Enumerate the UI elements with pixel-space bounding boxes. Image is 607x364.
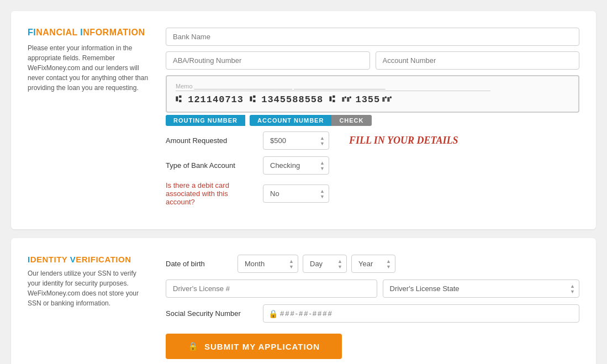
check-labels-row: ROUTING NUMBER ACCOUNT NUMBER CHECK <box>166 115 579 126</box>
year-select-wrapper: Year ▲▼ <box>351 255 395 273</box>
day-select-wrapper: Day ▲▼ <box>303 255 347 273</box>
month-select-wrapper: Month JanuaryFebruaryMarch AprilMayJune … <box>237 255 298 273</box>
identity-right-panel: Date of birth Month JanuaryFebruaryMarch… <box>166 255 579 359</box>
routing-display: ⑆ 121140713 ⑆ <box>176 94 256 105</box>
account-number-input[interactable] <box>376 51 580 70</box>
bank-type-select-wrapper: Checking Savings ▲▼ <box>263 156 329 175</box>
ssn-input[interactable] <box>263 304 579 323</box>
debit-card-group: Is there a debit card associated with th… <box>166 181 579 206</box>
bank-type-select[interactable]: Checking Savings <box>263 156 329 175</box>
ssn-label: Social Security Number <box>166 309 254 318</box>
financial-title: FINANCIAL INFORMATION <box>28 28 149 38</box>
license-number-input[interactable] <box>166 279 377 298</box>
identity-card: IDENTITY VERIFICATION Our lenders utiliz… <box>11 238 596 364</box>
check-image-box: Memo _____________________________ _____… <box>166 75 579 113</box>
identity-title: IDENTITY VERIFICATION <box>28 255 149 264</box>
lock-icon: 🔒 <box>268 309 278 318</box>
bank-type-label: Type of Bank Account <box>166 161 254 170</box>
debit-select-wrapper: No Yes ▲▼ <box>263 184 329 203</box>
financial-left-panel: FINANCIAL INFORMATION Please enter your … <box>28 28 149 213</box>
routing-account-row <box>166 51 579 70</box>
amount-requested-group: Amount Requested $500 $1000 $2000 ▲▼ FIL… <box>166 131 579 150</box>
bank-type-group: Type of Bank Account Checking Savings ▲▼ <box>166 156 579 175</box>
check-label: CHECK <box>331 115 371 126</box>
bank-name-input[interactable] <box>166 28 579 46</box>
amount-label: Amount Requested <box>166 136 254 145</box>
routing-label: ROUTING NUMBER <box>166 115 245 126</box>
debit-select[interactable]: No Yes <box>263 184 329 203</box>
debit-label: Is there a debit card associated with th… <box>166 181 254 206</box>
submit-button[interactable]: 🔒 SUBMIT MY APPLICATION <box>166 334 342 359</box>
financial-description: Please enter your information in the app… <box>28 43 149 93</box>
year-select[interactable]: Year <box>351 255 395 273</box>
day-select[interactable]: Day <box>303 255 347 273</box>
page-container: FINANCIAL INFORMATION Please enter your … <box>11 11 596 364</box>
check-memo: Memo _____________________________ _____… <box>176 83 490 91</box>
amount-select-wrapper: $500 $1000 $2000 ▲▼ <box>263 131 329 150</box>
submit-label: SUBMIT MY APPLICATION <box>204 342 320 351</box>
financial-card: FINANCIAL INFORMATION Please enter your … <box>11 11 596 229</box>
license-row: Driver's License State ALAKAZCA FLNYTX ▲… <box>166 279 579 298</box>
ssn-row: Social Security Number 🔒 <box>166 304 579 323</box>
identity-left-panel: IDENTITY VERIFICATION Our lenders utiliz… <box>28 255 149 359</box>
check-separator: ⑈⑈ <box>342 96 352 104</box>
routing-number-input[interactable] <box>166 51 370 70</box>
month-select[interactable]: Month JanuaryFebruaryMarch AprilMayJune … <box>237 255 298 273</box>
dob-label: Date of birth <box>166 260 232 268</box>
license-state-select[interactable]: Driver's License State ALAKAZCA FLNYTX <box>383 279 580 298</box>
check-sep2: ⑈⑈ <box>382 96 392 104</box>
submit-lock-icon: 🔒 <box>188 341 199 351</box>
financial-right-panel: Memo _____________________________ _____… <box>166 28 579 213</box>
ssn-input-wrapper: 🔒 <box>263 304 579 323</box>
check-number-display: 1355 <box>355 94 380 105</box>
license-state-wrapper: Driver's License State ALAKAZCA FLNYTX ▲… <box>383 279 580 298</box>
account-label: ACCOUNT NUMBER <box>250 115 331 126</box>
account-display: 1345588558 ⑆ <box>261 94 335 105</box>
fill-details-text: FILL IN YOUR DETAILS <box>349 135 458 146</box>
bank-name-row <box>166 28 579 46</box>
dob-selects: Month JanuaryFebruaryMarch AprilMayJune … <box>237 255 395 273</box>
identity-description: Our lenders utilize your SSN to verify y… <box>28 268 149 308</box>
check-numbers-display: ⑆ 121140713 ⑆ 1345588558 ⑆ ⑈⑈ 1355 ⑈⑈ <box>176 94 569 105</box>
dob-row: Date of birth Month JanuaryFebruaryMarch… <box>166 255 579 273</box>
amount-select[interactable]: $500 $1000 $2000 <box>263 131 329 150</box>
